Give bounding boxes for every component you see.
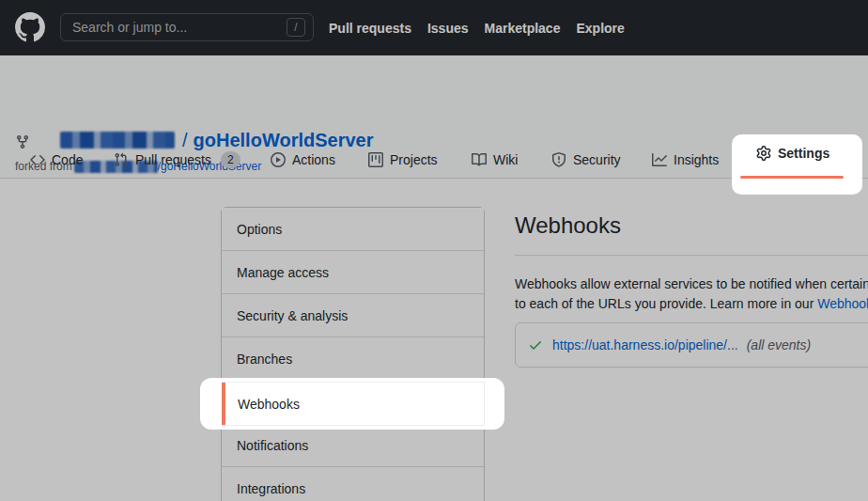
active-item-indicator [222, 383, 225, 425]
tab-label: Settings [778, 146, 829, 161]
gear-icon [756, 146, 771, 161]
tab-settings[interactable]: Settings [756, 139, 829, 167]
github-settings-page: Search or jump to... / Pull requests Iss… [0, 0, 868, 501]
webhooks-item-spotlight: Webhooks [200, 378, 504, 430]
sidebar-item-webhooks-active[interactable]: Webhooks [222, 382, 485, 426]
settings-tab-spotlight: Settings [732, 134, 862, 195]
sidebar-item-label: Webhooks [238, 397, 300, 412]
active-tab-underline [740, 176, 844, 179]
